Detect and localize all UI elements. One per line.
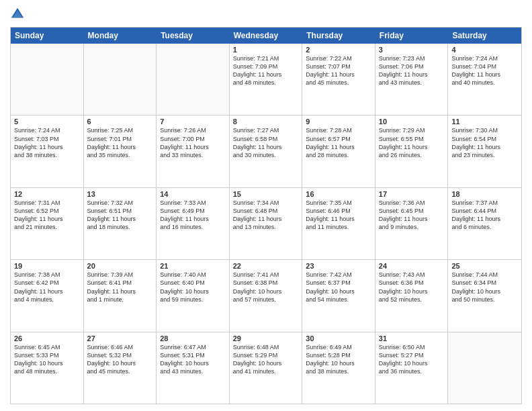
day-number: 19 [14,262,80,270]
day-cell: 5Sunrise: 7:24 AMSunset: 7:03 PMDaylight… [11,116,84,187]
day-cell: 21Sunrise: 7:40 AMSunset: 6:40 PMDayligh… [157,260,230,331]
day-header-monday: Monday [84,28,157,44]
day-header-saturday: Saturday [448,28,521,44]
day-cell: 17Sunrise: 7:36 AMSunset: 6:45 PMDayligh… [375,188,449,259]
day-info: Sunrise: 6:45 AMSunset: 5:33 PMDaylight:… [14,343,80,376]
day-info: Sunrise: 7:24 AMSunset: 7:04 PMDaylight:… [451,54,518,87]
day-cell: 9Sunrise: 7:28 AMSunset: 6:57 PMDaylight… [302,116,375,187]
day-number: 26 [14,334,80,342]
day-info: Sunrise: 6:47 AMSunset: 5:31 PMDaylight:… [160,343,226,376]
day-header-sunday: Sunday [11,28,84,44]
day-cell: 7Sunrise: 7:26 AMSunset: 7:00 PMDaylight… [157,116,230,187]
day-number: 21 [160,262,226,270]
day-cell: 2Sunrise: 7:22 AMSunset: 7:07 PMDaylight… [302,44,375,115]
day-info: Sunrise: 7:31 AMSunset: 6:52 PMDaylight:… [14,199,80,232]
week-row-5: 26Sunrise: 6:45 AMSunset: 5:33 PMDayligh… [11,332,521,404]
day-cell [84,44,157,115]
day-number: 31 [379,334,445,342]
day-number: 23 [306,262,371,270]
day-number: 13 [87,190,153,198]
day-number: 10 [379,118,445,126]
day-number: 15 [233,190,299,198]
logo [10,7,26,21]
day-cell: 20Sunrise: 7:39 AMSunset: 6:41 PMDayligh… [84,260,157,331]
calendar: SundayMondayTuesdayWednesdayThursdayFrid… [10,27,522,404]
day-cell: 19Sunrise: 7:38 AMSunset: 6:42 PMDayligh… [11,260,84,331]
day-number: 8 [233,118,299,126]
day-number: 14 [160,190,226,198]
day-info: Sunrise: 7:24 AMSunset: 7:03 PMDaylight:… [14,126,80,159]
day-info: Sunrise: 7:37 AMSunset: 6:44 PMDaylight:… [451,199,518,232]
day-info: Sunrise: 7:23 AMSunset: 7:06 PMDaylight:… [379,54,445,87]
day-cell: 11Sunrise: 7:30 AMSunset: 6:54 PMDayligh… [448,116,521,187]
day-info: Sunrise: 6:49 AMSunset: 5:28 PMDaylight:… [306,343,371,376]
week-row-1: 1Sunrise: 7:21 AMSunset: 7:09 PMDaylight… [11,44,521,116]
day-number: 17 [379,190,445,198]
day-info: Sunrise: 7:36 AMSunset: 6:45 PMDaylight:… [379,199,445,232]
day-number: 2 [306,46,371,54]
day-cell [157,44,230,115]
day-cell: 27Sunrise: 6:46 AMSunset: 5:32 PMDayligh… [84,332,157,404]
day-header-tuesday: Tuesday [157,28,230,44]
logo-icon [10,7,25,21]
day-info: Sunrise: 7:32 AMSunset: 6:51 PMDaylight:… [87,199,153,232]
day-info: Sunrise: 7:22 AMSunset: 7:07 PMDaylight:… [306,54,371,87]
day-cell: 13Sunrise: 7:32 AMSunset: 6:51 PMDayligh… [84,188,157,259]
day-headers-row: SundayMondayTuesdayWednesdayThursdayFrid… [11,28,521,44]
day-header-wednesday: Wednesday [230,28,303,44]
day-info: Sunrise: 7:44 AMSunset: 6:34 PMDaylight:… [451,271,518,304]
week-row-3: 12Sunrise: 7:31 AMSunset: 6:52 PMDayligh… [11,188,521,260]
day-number: 4 [451,46,518,54]
day-cell: 26Sunrise: 6:45 AMSunset: 5:33 PMDayligh… [11,332,84,404]
day-number: 28 [160,334,226,342]
day-number: 20 [87,262,153,270]
day-cell: 12Sunrise: 7:31 AMSunset: 6:52 PMDayligh… [11,188,84,259]
day-number: 25 [451,262,518,270]
day-cell [448,332,521,404]
day-cell: 30Sunrise: 6:49 AMSunset: 5:28 PMDayligh… [302,332,375,404]
day-cell: 16Sunrise: 7:35 AMSunset: 6:46 PMDayligh… [302,188,375,259]
day-info: Sunrise: 7:28 AMSunset: 6:57 PMDaylight:… [306,126,371,159]
week-row-4: 19Sunrise: 7:38 AMSunset: 6:42 PMDayligh… [11,260,521,332]
day-info: Sunrise: 7:34 AMSunset: 6:48 PMDaylight:… [233,199,299,232]
day-number: 18 [451,190,518,198]
day-info: Sunrise: 7:39 AMSunset: 6:41 PMDaylight:… [87,271,153,304]
day-cell: 10Sunrise: 7:29 AMSunset: 6:55 PMDayligh… [375,116,449,187]
day-number: 9 [306,118,371,126]
day-info: Sunrise: 7:38 AMSunset: 6:42 PMDaylight:… [14,271,80,304]
day-header-thursday: Thursday [302,28,375,44]
day-number: 12 [14,190,80,198]
day-info: Sunrise: 7:29 AMSunset: 6:55 PMDaylight:… [379,126,445,159]
day-cell: 23Sunrise: 7:42 AMSunset: 6:37 PMDayligh… [302,260,375,331]
day-info: Sunrise: 7:33 AMSunset: 6:49 PMDaylight:… [160,199,226,232]
day-cell [11,44,84,115]
header [10,7,522,21]
day-cell: 22Sunrise: 7:41 AMSunset: 6:38 PMDayligh… [230,260,303,331]
day-cell: 3Sunrise: 7:23 AMSunset: 7:06 PMDaylight… [375,44,449,115]
day-cell: 18Sunrise: 7:37 AMSunset: 6:44 PMDayligh… [448,188,521,259]
day-cell: 8Sunrise: 7:27 AMSunset: 6:58 PMDaylight… [230,116,303,187]
day-number: 29 [233,334,299,342]
day-number: 16 [306,190,371,198]
day-info: Sunrise: 6:50 AMSunset: 5:27 PMDaylight:… [379,343,445,376]
day-cell: 24Sunrise: 7:43 AMSunset: 6:36 PMDayligh… [375,260,449,331]
day-number: 24 [379,262,445,270]
day-number: 3 [379,46,445,54]
day-cell: 6Sunrise: 7:25 AMSunset: 7:01 PMDaylight… [84,116,157,187]
day-number: 22 [233,262,299,270]
day-info: Sunrise: 7:43 AMSunset: 6:36 PMDaylight:… [379,271,445,304]
week-row-2: 5Sunrise: 7:24 AMSunset: 7:03 PMDaylight… [11,116,521,187]
day-info: Sunrise: 6:46 AMSunset: 5:32 PMDaylight:… [87,343,153,376]
day-cell: 1Sunrise: 7:21 AMSunset: 7:09 PMDaylight… [230,44,303,115]
day-info: Sunrise: 7:27 AMSunset: 6:58 PMDaylight:… [233,126,299,159]
day-info: Sunrise: 7:40 AMSunset: 6:40 PMDaylight:… [160,271,226,304]
day-number: 27 [87,334,153,342]
day-info: Sunrise: 7:21 AMSunset: 7:09 PMDaylight:… [233,54,299,87]
day-info: Sunrise: 6:48 AMSunset: 5:29 PMDaylight:… [233,343,299,376]
day-number: 30 [306,334,371,342]
day-info: Sunrise: 7:42 AMSunset: 6:37 PMDaylight:… [306,271,371,304]
day-cell: 31Sunrise: 6:50 AMSunset: 5:27 PMDayligh… [375,332,449,404]
day-header-friday: Friday [375,28,449,44]
day-cell: 15Sunrise: 7:34 AMSunset: 6:48 PMDayligh… [230,188,303,259]
day-info: Sunrise: 7:30 AMSunset: 6:54 PMDaylight:… [451,126,518,159]
